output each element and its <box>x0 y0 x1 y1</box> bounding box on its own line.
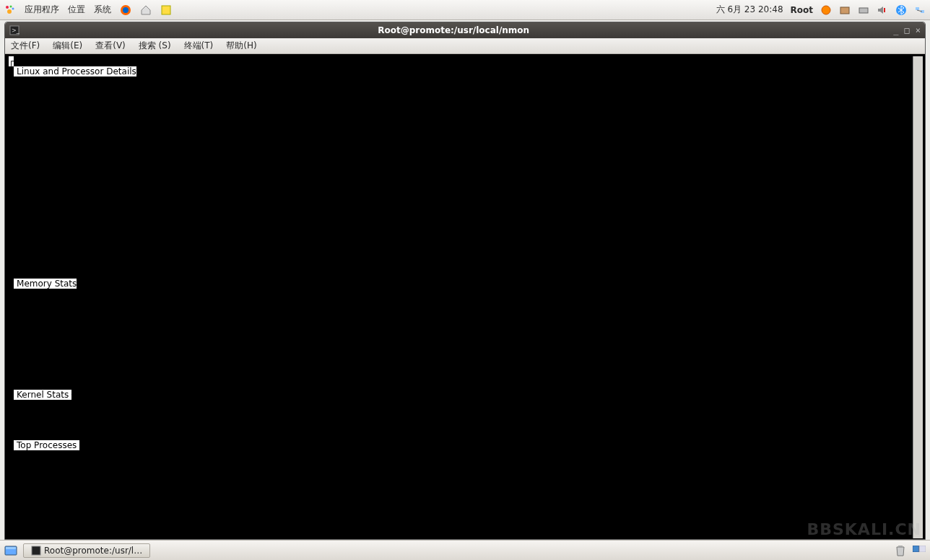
package-icon[interactable] <box>839 4 851 16</box>
bluetooth-icon[interactable] <box>895 4 907 16</box>
svg-rect-10 <box>884 8 885 12</box>
taskbar-window-button[interactable]: Root@promote:/usr/l… <box>23 543 150 558</box>
svg-rect-6 <box>162 6 170 14</box>
taskbar-window-label: Root@promote:/usr/l… <box>44 546 142 556</box>
svg-rect-19 <box>32 546 40 555</box>
svg-rect-22 <box>920 546 926 552</box>
note-icon[interactable] <box>160 4 172 16</box>
terminal-menubar: 文件(F) 编辑(E) 查看(V) 搜索 (S) 终端(T) 帮助(H) <box>5 38 925 54</box>
panel-system[interactable]: 系统 <box>94 4 111 16</box>
svg-rect-18 <box>6 547 16 549</box>
panel-clock[interactable]: 六 6月 23 20:48 <box>716 4 783 16</box>
terminal-output[interactable]: ┌nmon-14i───────[H for help]───Hostname=… <box>7 56 913 538</box>
terminal-scrollbar[interactable] <box>913 56 923 538</box>
svg-point-3 <box>7 9 12 14</box>
menu-terminal[interactable]: 终端(T) <box>184 40 214 52</box>
menu-search[interactable]: 搜索 (S) <box>139 40 171 52</box>
svg-point-0 <box>6 6 9 9</box>
svg-rect-8 <box>840 7 849 14</box>
panel-user[interactable]: Root <box>791 5 813 15</box>
svg-rect-21 <box>913 546 918 552</box>
terminal-window: >_ Root@promote:/usr/local/nmon _ □ × 文件… <box>4 22 926 540</box>
printer-icon[interactable] <box>858 4 869 16</box>
trash-icon[interactable] <box>894 544 907 557</box>
svg-point-5 <box>123 7 129 13</box>
home-icon[interactable] <box>140 4 152 16</box>
panel-places[interactable]: 位置 <box>68 4 85 16</box>
menu-view[interactable]: 查看(V) <box>95 40 126 52</box>
menu-help[interactable]: 帮助(H) <box>226 40 256 52</box>
svg-point-1 <box>10 5 12 7</box>
menu-edit[interactable]: 编辑(E) <box>53 40 82 52</box>
svg-point-2 <box>12 7 14 9</box>
update-icon[interactable] <box>820 4 832 16</box>
svg-rect-12 <box>916 7 919 10</box>
window-title: Root@promote:/usr/local/nmon <box>19 25 887 35</box>
gnome-foot-icon <box>4 4 16 16</box>
firefox-icon[interactable] <box>120 4 131 16</box>
svg-rect-20 <box>898 546 903 547</box>
panel-applications[interactable]: 应用程序 <box>25 4 59 16</box>
desktop-top-panel: 应用程序 位置 系统 六 6月 23 20:48 Root <box>0 0 930 20</box>
network-icon[interactable] <box>914 4 926 16</box>
svg-text:>_: >_ <box>12 27 19 34</box>
terminal-app-icon: >_ <box>9 25 19 35</box>
svg-point-7 <box>822 6 830 14</box>
workspace-switcher[interactable] <box>913 544 926 557</box>
window-titlebar[interactable]: >_ Root@promote:/usr/local/nmon _ □ × <box>5 22 925 38</box>
menu-file[interactable]: 文件(F) <box>11 40 40 52</box>
volume-icon[interactable] <box>877 4 888 16</box>
desktop-bottom-panel: Root@promote:/usr/l… <box>0 540 930 560</box>
svg-rect-9 <box>859 8 868 13</box>
show-desktop-icon[interactable] <box>4 544 17 557</box>
maximize-button[interactable]: □ <box>905 25 910 35</box>
minimize-button[interactable]: _ <box>893 25 898 35</box>
close-button[interactable]: × <box>916 25 921 35</box>
